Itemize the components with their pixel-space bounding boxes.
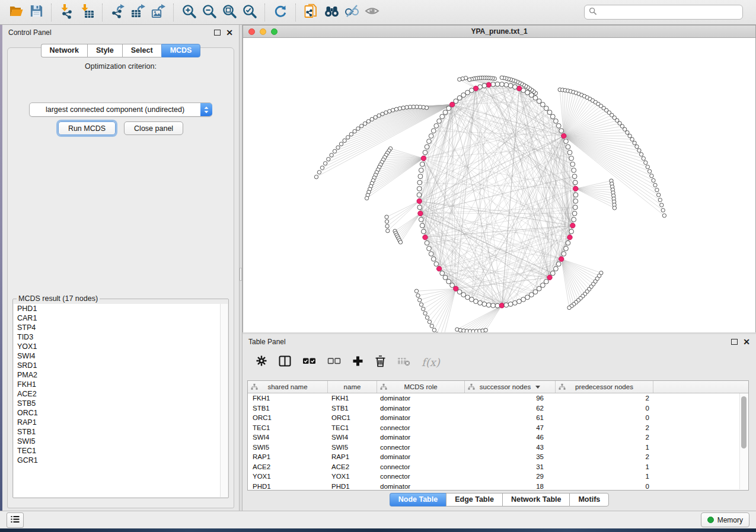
network-from-document-button[interactable] <box>301 3 321 22</box>
network-canvas[interactable] <box>243 38 755 332</box>
tab-edge-table[interactable]: Edge Table <box>446 493 502 507</box>
table-cell[interactable]: 0 <box>556 405 653 412</box>
open-session-button[interactable] <box>6 3 26 22</box>
mcds-result-item[interactable]: STB1 <box>14 427 221 437</box>
table-cell[interactable]: 1 <box>556 473 653 480</box>
table-cell[interactable]: dominator <box>377 453 465 460</box>
table-cell[interactable]: 43 <box>465 444 556 451</box>
close-panel-icon[interactable]: ✕ <box>226 28 233 37</box>
table-cell[interactable]: connector <box>377 424 465 431</box>
table-cell[interactable]: STB1 <box>328 405 377 412</box>
column-header-successor-nodes[interactable]: successor nodes <box>465 381 556 393</box>
tab-network[interactable]: Network <box>41 44 87 57</box>
column-header-name[interactable]: name <box>328 381 377 393</box>
tab-node-table[interactable]: Node Table <box>390 493 446 507</box>
table-cell[interactable]: 35 <box>465 453 556 460</box>
table-cell[interactable]: 96 <box>465 395 556 402</box>
table-cell[interactable]: dominator <box>377 483 465 490</box>
table-row[interactable]: ACE2ACE2connector311 <box>248 462 748 472</box>
network-graph[interactable] <box>243 38 755 332</box>
network-window-titlebar[interactable]: YPA_prune.txt_1 <box>243 25 755 38</box>
table-cell[interactable]: 1 <box>556 463 653 470</box>
column-header-shared-name[interactable]: shared name <box>248 381 328 393</box>
zoom-fit-button[interactable] <box>219 3 240 22</box>
export-image-button[interactable] <box>148 3 168 22</box>
scrollbar-thumb[interactable] <box>741 396 747 448</box>
table-cell[interactable]: 0 <box>556 483 653 490</box>
column-header-predecessor-nodes[interactable]: predecessor nodes <box>556 381 653 393</box>
table-cell[interactable]: 18 <box>465 483 556 490</box>
mcds-result-item[interactable]: SWI5 <box>14 437 221 446</box>
table-cell[interactable]: ORC1 <box>248 414 328 421</box>
mcds-result-item[interactable]: CAR1 <box>14 313 221 323</box>
table-cell[interactable]: 31 <box>465 463 556 470</box>
add-entry-button[interactable] <box>352 355 363 369</box>
table-cell[interactable]: connector <box>377 444 465 451</box>
mcds-result-item[interactable]: PHD1 <box>14 304 221 313</box>
task-history-button[interactable] <box>7 512 24 528</box>
tab-network-table[interactable]: Network Table <box>502 493 570 507</box>
mcds-result-item[interactable]: RAP1 <box>14 418 221 427</box>
table-cell[interactable]: 61 <box>465 414 556 421</box>
delete-table-button[interactable] <box>397 356 410 368</box>
deselect-all-rows-button[interactable] <box>327 357 341 368</box>
table-cell[interactable]: ACE2 <box>328 463 377 470</box>
table-cell[interactable]: connector <box>377 473 465 480</box>
table-cell[interactable]: dominator <box>377 395 465 402</box>
table-cell[interactable]: TEC1 <box>328 424 377 431</box>
table-cell[interactable]: connector <box>377 463 465 470</box>
table-cell[interactable]: PHD1 <box>328 483 377 490</box>
table-row[interactable]: ORC1ORC1dominator610 <box>248 413 748 423</box>
table-row[interactable]: FKH1FKH1dominator962 <box>248 393 748 403</box>
search-windows-button[interactable] <box>321 3 342 22</box>
table-row[interactable]: SWI4SWI4dominator462 <box>248 432 748 443</box>
float-window-icon[interactable] <box>731 339 738 345</box>
mcds-result-item[interactable]: SWI4 <box>14 351 221 361</box>
column-settings-button[interactable] <box>256 355 267 369</box>
table-cell[interactable]: 2 <box>556 434 653 441</box>
table-cell[interactable]: 2 <box>556 453 653 460</box>
export-network-button[interactable] <box>108 3 128 22</box>
table-row[interactable]: TEC1TEC1connector472 <box>248 423 748 433</box>
table-cell[interactable]: YOX1 <box>328 473 377 480</box>
toggle-panel-layout-button[interactable] <box>279 355 291 369</box>
table-cell[interactable]: dominator <box>377 414 465 421</box>
mcds-result-item[interactable]: ACE2 <box>14 389 221 399</box>
column-header-MCDS-role[interactable]: MCDS role <box>377 381 465 393</box>
import-table-button[interactable] <box>77 3 97 22</box>
table-cell[interactable]: SWI4 <box>328 434 377 441</box>
table-cell[interactable]: 46 <box>465 434 556 441</box>
table-cell[interactable]: YOX1 <box>248 473 328 480</box>
table-cell[interactable]: ACE2 <box>248 463 328 470</box>
tab-motifs[interactable]: Motifs <box>569 493 609 507</box>
table-cell[interactable]: FKH1 <box>328 395 377 402</box>
run-mcds-button[interactable]: Run MCDS <box>58 121 116 135</box>
table-cell[interactable]: 2 <box>556 395 653 402</box>
table-row[interactable]: PHD1PHD1dominator180 <box>248 482 748 492</box>
search-input[interactable] <box>584 5 743 20</box>
table-row[interactable]: YOX1YOX1connector291 <box>248 472 748 482</box>
float-window-icon[interactable] <box>214 30 221 36</box>
splitter-grip[interactable] <box>240 268 242 281</box>
table-cell[interactable]: 47 <box>465 424 556 431</box>
table-cell[interactable]: STB1 <box>248 405 328 412</box>
table-cell[interactable]: FKH1 <box>248 395 328 402</box>
show-eye-button[interactable] <box>362 3 382 22</box>
tab-select[interactable]: Select <box>122 44 161 57</box>
hide-glasses-button[interactable] <box>342 3 362 22</box>
table-cell[interactable]: 62 <box>465 405 556 412</box>
mcds-result-item[interactable]: TID3 <box>14 332 221 342</box>
table-cell[interactable]: RAP1 <box>328 453 377 460</box>
mcds-result-scrollbar[interactable] <box>220 304 228 497</box>
zoom-in-button[interactable] <box>179 3 199 22</box>
mcds-result-item[interactable]: FKH1 <box>14 380 221 389</box>
delete-entry-button[interactable] <box>375 355 386 370</box>
table-row[interactable]: RAP1RAP1dominator352 <box>248 452 748 462</box>
table-cell[interactable]: dominator <box>377 405 465 412</box>
table-cell[interactable]: 1 <box>556 444 653 451</box>
table-cell[interactable]: SWI5 <box>248 444 328 451</box>
mcds-result-item[interactable]: GCR1 <box>14 456 221 465</box>
mcds-result-item[interactable]: PMA2 <box>14 370 221 380</box>
table-cell[interactable]: 29 <box>465 473 556 480</box>
close-panel-button[interactable]: Close panel <box>124 121 183 135</box>
